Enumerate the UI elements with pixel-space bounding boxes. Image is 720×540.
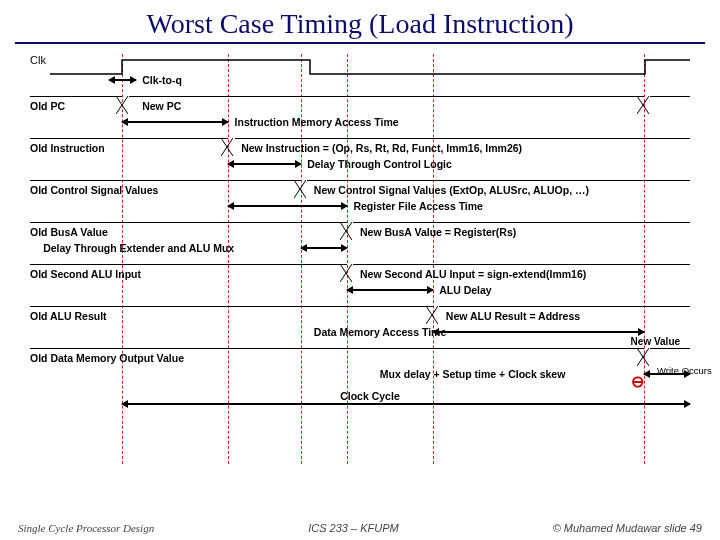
arrow-alu-delay [347,289,433,291]
label-old-instr: Old Instruction [30,142,105,154]
label-clk-to-q: Clk-to-q [142,74,182,86]
label-rf-access: Register File Access Time [353,200,483,212]
clk-wave [30,56,690,78]
footer-center: ICS 233 – KFUPM [308,522,398,534]
label-dmem: Data Memory Access Time [314,326,446,338]
arrow-dmem [433,331,644,333]
label-ext-alu-mux: Delay Through Extender and ALU Mux [43,242,234,254]
label-old-alu-in: Old Second ALU Input [30,268,141,280]
label-new-busa: New BusA Value = Register(Rs) [360,226,516,238]
write-marker-icon: ⊖ [631,372,644,391]
label-imem: Instruction Memory Access Time [235,116,399,128]
label-old-alu-res: Old ALU Result [30,310,107,322]
label-alu-delay: ALU Delay [439,284,492,296]
arrow-clock-cycle [122,403,690,405]
arrow-imem [122,121,228,123]
label-old-dmem: Old Data Memory Output Value [30,352,184,364]
label-old-ctrl: Old Control Signal Values [30,184,158,196]
label-mux-setup: Mux delay + Setup time + Clock skew [380,368,566,380]
label-old-pc: Old PC [30,100,65,112]
footer-left: Single Cycle Processor Design [18,522,154,534]
label-new-ctrl: New Control Signal Values (ExtOp, ALUSrc… [314,184,589,196]
label-new-alu-in: New Second ALU Input = sign-extend(Imm16… [360,268,586,280]
label-ctrl-delay: Delay Through Control Logic [307,158,452,170]
arrow-ext-alu-mux [301,247,347,249]
label-new-alu-res: New ALU Result = Address [446,310,580,322]
arrow-clk-to-q [109,79,135,81]
arrow-ctrl-delay [228,163,301,165]
page-title: Worst Case Timing (Load Instruction) [15,0,705,44]
label-new-val: New Value [631,336,680,347]
label-clock-cycle: Clock Cycle [340,390,400,402]
footer-right: © Muhamed Mudawar slide 49 [553,522,702,534]
footer: Single Cycle Processor Design ICS 233 – … [0,522,720,534]
arrow-rf-access [228,205,347,207]
label-old-busa: Old BusA Value [30,226,108,238]
label-write-occurs: Write Occurs [657,366,712,376]
label-new-pc: New PC [142,100,181,112]
label-new-instr: New Instruction = (Op, Rs, Rt, Rd, Funct… [241,142,522,154]
timing-diagram: Clk Clk-to-q Old PC New PC Instruction M… [30,54,690,464]
